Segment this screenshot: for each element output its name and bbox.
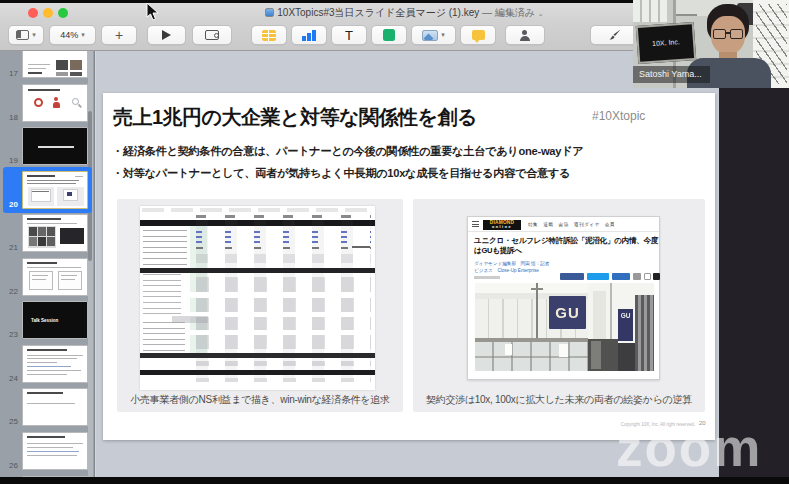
close-window-button[interactable]	[28, 8, 38, 18]
slide-number-25: 25	[2, 417, 18, 426]
slide-thumbnail-24[interactable]	[22, 345, 88, 383]
slide-footer: Copyright 10X, Inc. All right reserved.	[103, 422, 695, 427]
table-icon	[262, 30, 276, 41]
slide-thumbnail-17[interactable]	[22, 51, 88, 78]
article-nav: 特集 連載 書籍 週刊ダイヤ 会員	[528, 222, 615, 227]
gu-sign-large: GU	[549, 296, 586, 329]
slide-thumbnail-19[interactable]	[22, 127, 88, 165]
webcam-video: 10X, Inc. Satoshi Yama...	[633, 0, 789, 88]
slide-thumbnail-22[interactable]	[22, 258, 88, 296]
slide-thumbnail-26[interactable]	[22, 432, 88, 470]
text-button[interactable]: T	[331, 25, 367, 45]
titlebar: 10XTopics#3当日スライド全員マージ (1).key — 編集済み ⌄	[0, 3, 719, 20]
font-size-large-button	[653, 273, 660, 280]
keynote-doc-icon	[265, 8, 274, 17]
article-byline: ダイヤモンド編集部 岡田 悟：記者	[474, 261, 549, 266]
slide-number-24: 24	[2, 374, 18, 383]
diamond-online-logo: DIAMONDonline	[483, 220, 521, 230]
minimize-window-button[interactable]	[43, 8, 53, 18]
chart-button[interactable]	[291, 25, 327, 45]
slide-thumbnail-21[interactable]	[22, 214, 88, 252]
article-tags: ビジネス Close-Up Enterprise	[474, 268, 539, 273]
article-headline: ユニクロ・セルフレジ特許訴訟「泥沼化」の内情、今度はGUも提訴へ	[474, 236, 659, 257]
slide-number-26: 26	[2, 461, 18, 470]
slide-thumbnail-23[interactable]: Talk Session	[22, 301, 88, 339]
window-title: 10XTopics#3当日スライド全員マージ (1).key — 編集済み ⌄	[90, 6, 719, 20]
toolbar: ▾ 44%▾ + T ▾	[0, 20, 719, 51]
facebook-share-button	[560, 273, 584, 280]
display-icon	[205, 30, 219, 40]
glasses-left	[713, 29, 726, 39]
view-icon	[16, 30, 29, 40]
left-figure-caption: 小売事業者側のNS利益まで描き、win-winな経済条件を追求	[117, 393, 403, 407]
slide-number-23: 23	[2, 330, 18, 339]
keynote-live-button[interactable]	[192, 25, 232, 45]
hamburger-menu-icon	[472, 221, 479, 227]
add-slide-button[interactable]: +	[101, 25, 137, 45]
slide-thumbnail-27[interactable]	[22, 476, 88, 478]
glasses-right	[730, 29, 743, 39]
comment-icon	[472, 30, 485, 40]
play-button[interactable]	[147, 25, 186, 45]
slide-title[interactable]: 売上1兆円の大企業と対等な関係性を創る	[113, 104, 477, 131]
font-size-small-button	[644, 273, 651, 280]
slide-number-22: 22	[2, 287, 18, 296]
slide-canvas: 売上1兆円の大企業と対等な関係性を創る #10Xtopic ・経済条件と契約条件…	[96, 51, 719, 477]
slide-number-18: 18	[2, 113, 18, 122]
spreadsheet-figure[interactable]: 小売事業者側のNS利益まで描き、win-winな経済条件を追求	[117, 199, 403, 412]
zoom-watermark: zoom	[616, 417, 762, 478]
slide-number-20: 20	[2, 200, 18, 209]
participant-name-label: Satoshi Yama...	[633, 66, 710, 83]
article-figure[interactable]: DIAMONDonline 特集 連載 書籍 週刊ダイヤ 会員 ユニクロ・セルフ…	[413, 199, 705, 412]
main-area: 17 18 19	[0, 51, 719, 477]
shape-button[interactable]	[371, 25, 407, 45]
slide-20: 売上1兆円の大企業と対等な関係性を創る #10Xtopic ・経済条件と契約条件…	[103, 93, 715, 440]
zoom-level-button[interactable]: 44%▾	[49, 25, 96, 45]
article-screenshot: DIAMONDonline 特集 連載 書籍 週刊ダイヤ 会員 ユニクロ・セルフ…	[467, 216, 660, 380]
mouse-cursor	[146, 2, 159, 21]
media-icon	[422, 30, 438, 41]
collaborate-button[interactable]	[505, 25, 545, 45]
gu-sign-small: GU	[618, 309, 633, 341]
share-button	[612, 273, 630, 280]
monitor-10x: 10X, Inc.	[636, 22, 697, 64]
keynote-window: 10XTopics#3当日スライド全員マージ (1).key — 編集済み ⌄ …	[0, 3, 719, 477]
slide-number-19: 19	[2, 156, 18, 165]
format-brush-icon	[608, 28, 622, 42]
article-date	[474, 276, 500, 279]
play-icon	[162, 30, 171, 40]
slide-thumbnail-20[interactable]	[22, 171, 88, 209]
spreadsheet-image	[140, 206, 375, 390]
slide-number-17: 17	[2, 69, 18, 78]
slide-thumbnail-25[interactable]	[22, 388, 88, 426]
view-button[interactable]: ▾	[8, 25, 44, 45]
comment-button[interactable]	[460, 25, 496, 45]
fullscreen-window-button[interactable]	[58, 8, 68, 18]
slide-thumbnail-18[interactable]	[22, 84, 88, 122]
screen: 10XTopics#3当日スライド全員マージ (1).key — 編集済み ⌄ …	[0, 0, 789, 484]
table-button[interactable]	[251, 25, 287, 45]
collaborate-icon	[518, 30, 532, 41]
slide-navigator: 17 18 19	[0, 51, 95, 477]
slide-bullet-2[interactable]: ・対等なパートナーとして、両者が気持ちよく中長期の10xな成長を目指せる内容で合…	[112, 166, 570, 181]
gu-storefront-photo: GU GU	[475, 283, 654, 371]
print-icon	[633, 273, 641, 280]
slide-bullet-1[interactable]: ・経済条件と契約条件の合意は、パートナーとの今後の関係性の重要な土台でありone…	[112, 144, 583, 159]
right-figure-caption: 契約交渉は10x, 100xに拡大した未来の両者の絵姿からの逆算	[413, 393, 705, 407]
slide-hashtag[interactable]: #10Xtopic	[592, 109, 645, 123]
shape-icon	[383, 29, 395, 41]
twitter-share-button	[587, 273, 609, 280]
chart-icon	[302, 30, 316, 41]
media-button[interactable]: ▾	[411, 25, 456, 45]
slide-number-21: 21	[2, 243, 18, 252]
